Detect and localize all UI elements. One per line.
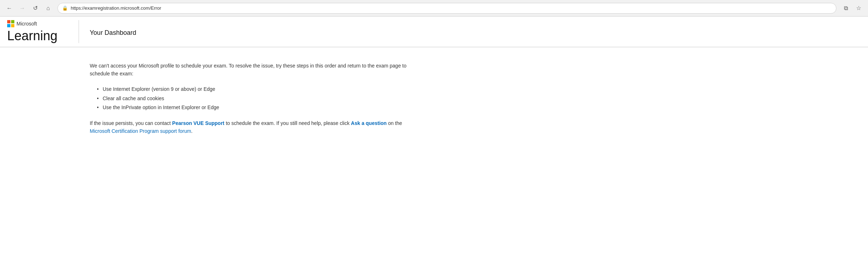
- pearson-vue-support-link[interactable]: Pearson VUE Support: [172, 120, 224, 126]
- address-bar: 🔒: [57, 3, 836, 14]
- forum-link[interactable]: Microsoft Certification Program support …: [90, 128, 191, 134]
- support-paragraph: If the issue persists, you can contact P…: [90, 119, 413, 135]
- browser-chrome: ← → ↺ ⌂ 🔒 ⧉ ☆: [0, 0, 868, 17]
- forward-button[interactable]: →: [17, 3, 27, 13]
- ask-question-link[interactable]: Ask a question: [351, 120, 387, 126]
- home-button[interactable]: ⌂: [43, 3, 53, 13]
- support-text-before: If the issue persists, you can contact: [90, 120, 172, 126]
- refresh-button[interactable]: ↺: [30, 3, 40, 13]
- microsoft-grid-icon: [7, 20, 14, 27]
- intro-paragraph: We can't access your Microsoft profile t…: [90, 62, 413, 78]
- learning-label: Learning: [7, 29, 68, 43]
- support-text-middle: to schedule the exam. If you still need …: [224, 120, 351, 126]
- forum-text-after: .: [191, 128, 192, 134]
- url-input[interactable]: [71, 5, 832, 11]
- list-item: Use Internet Explorer (version 9 or abov…: [97, 85, 413, 94]
- error-list: Use Internet Explorer (version 9 or abov…: [97, 85, 413, 112]
- microsoft-logo: Microsoft: [7, 20, 68, 27]
- favorites-button[interactable]: ☆: [854, 3, 864, 13]
- browser-actions: ⧉ ☆: [841, 3, 864, 13]
- nav-buttons: ← → ↺ ⌂: [4, 3, 53, 13]
- dashboard-title: Your Dashboard: [90, 29, 136, 37]
- microsoft-label: Microsoft: [17, 21, 37, 27]
- back-button[interactable]: ←: [4, 3, 14, 13]
- main-content: We can't access your Microsoft profile t…: [0, 47, 503, 150]
- list-item: Use the InPrivate option in Internet Exp…: [97, 103, 413, 112]
- logo-area: Microsoft Learning: [7, 20, 79, 43]
- site-header: Microsoft Learning Your Dashboard: [0, 17, 868, 47]
- support-text-after: on the: [387, 120, 402, 126]
- list-item: Clear all cache and cookies: [97, 94, 413, 103]
- lock-icon: 🔒: [62, 5, 68, 11]
- tab-manager-button[interactable]: ⧉: [841, 3, 851, 13]
